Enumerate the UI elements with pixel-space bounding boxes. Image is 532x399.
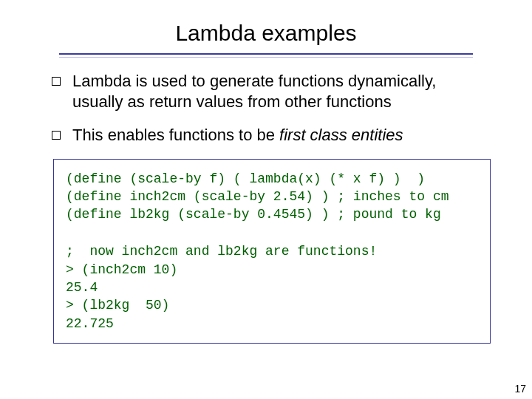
title-underline bbox=[59, 53, 473, 58]
bullet-text: This enables functions to be first class… bbox=[72, 125, 403, 146]
code-line: > (lb2kg 50) bbox=[66, 298, 169, 313]
code-gap bbox=[66, 223, 478, 242]
bullet-item: Lambda is used to generate functions dyn… bbox=[52, 71, 488, 112]
page-number: 17 bbox=[514, 383, 526, 395]
square-bullet-icon bbox=[52, 131, 61, 140]
bullet-text-prefix: This enables functions to be bbox=[72, 126, 279, 144]
code-line: (define lb2kg (scale-by 0.4545) ) ; poun… bbox=[66, 207, 441, 222]
code-line: > (inch2cm 10) bbox=[66, 262, 177, 277]
code-block: (define (scale-by f) ( lambda(x) (* x f)… bbox=[53, 159, 491, 344]
square-bullet-icon bbox=[52, 77, 61, 86]
slide-title: Lambda examples bbox=[0, 0, 532, 50]
code-line: (define inch2cm (scale-by 2.54) ) ; inch… bbox=[66, 189, 449, 204]
code-line: 22.725 bbox=[66, 316, 114, 331]
bullet-text: Lambda is used to generate functions dyn… bbox=[72, 71, 488, 112]
bullet-text-emphasis: first class entities bbox=[279, 126, 403, 144]
bullet-list: Lambda is used to generate functions dyn… bbox=[52, 71, 488, 146]
code-line: 25.4 bbox=[66, 280, 98, 295]
bullet-item: This enables functions to be first class… bbox=[52, 125, 488, 146]
code-line: (define (scale-by f) ( lambda(x) (* x f)… bbox=[66, 171, 425, 186]
code-line: ; now inch2cm and lb2kg are functions! bbox=[66, 244, 377, 259]
